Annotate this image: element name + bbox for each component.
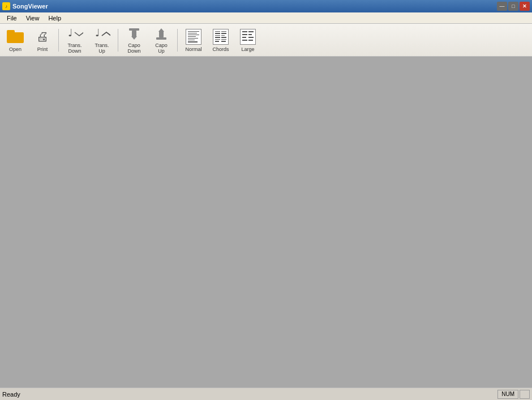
trans-down-button[interactable]: ♩ Trans.Down (62, 26, 88, 54)
toolbar: Open 🖨 Print ♩ Trans.Down ♩ Trans.Up (0, 24, 532, 57)
print-icon: 🖨 (33, 28, 52, 46)
main-content-area (0, 57, 532, 388)
window-title: SongViewer (12, 3, 48, 10)
svg-rect-5 (156, 37, 166, 40)
sep-1 (58, 29, 59, 52)
capo-down-button[interactable]: CapoDown (121, 26, 147, 54)
normal-sheet-icon (185, 28, 203, 46)
maximize-button[interactable]: □ (508, 2, 518, 11)
status-num-lock: NUM (497, 390, 518, 399)
chords-sheet-icon (212, 28, 230, 46)
capo-down-label: CapoDown (127, 43, 140, 54)
window-controls: — □ ✕ (497, 2, 530, 11)
trans-up-icon: ♩ (93, 26, 111, 42)
sep-3 (177, 29, 178, 52)
capo-down-icon (125, 26, 143, 42)
svg-text:♩: ♩ (95, 27, 100, 39)
normal-label: Normal (185, 47, 201, 53)
trans-down-icon: ♩ (66, 26, 84, 42)
svg-rect-2 (129, 28, 139, 31)
svg-marker-7 (158, 28, 164, 32)
chords-button[interactable]: Chords (208, 26, 234, 54)
print-label: Print (37, 47, 48, 53)
status-scroll (520, 390, 530, 399)
capo-up-icon (152, 26, 170, 42)
print-button[interactable]: 🖨 Print (29, 26, 55, 54)
large-label: Large (241, 47, 254, 53)
open-label: Open (9, 47, 22, 53)
capo-up-label: CapoUp (155, 43, 168, 54)
title-bar-left: ♪ SongViewer (2, 2, 48, 10)
status-right: NUM (497, 390, 530, 399)
sep-2 (118, 29, 118, 52)
trans-up-label: Trans.Up (95, 43, 109, 54)
menu-bar: File View Help (0, 12, 532, 24)
close-button[interactable]: ✕ (520, 2, 530, 11)
menu-file[interactable]: File (2, 14, 22, 23)
app-icon: ♪ (2, 2, 10, 10)
trans-down-label: Trans.Down (67, 43, 81, 54)
minimize-button[interactable]: — (497, 2, 507, 11)
title-bar: ♪ SongViewer — □ ✕ (0, 0, 532, 12)
menu-help[interactable]: Help (44, 14, 66, 23)
status-text: Ready (2, 391, 20, 398)
trans-up-button[interactable]: ♩ Trans.Up (89, 26, 115, 54)
large-button[interactable]: Large (235, 26, 261, 54)
large-sheet-icon (239, 28, 257, 46)
open-icon (6, 28, 24, 46)
svg-marker-4 (131, 36, 137, 40)
menu-view[interactable]: View (22, 14, 44, 23)
status-bar: Ready NUM (0, 388, 532, 400)
normal-button[interactable]: Normal (181, 26, 207, 54)
chords-label: Chords (212, 47, 229, 53)
open-button[interactable]: Open (2, 26, 28, 54)
capo-up-button[interactable]: CapoUp (148, 26, 174, 54)
svg-text:♩: ♩ (68, 27, 72, 39)
